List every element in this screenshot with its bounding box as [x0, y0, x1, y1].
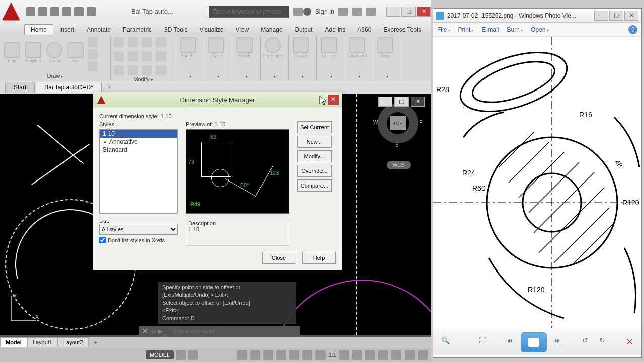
layout-add[interactable]: +: [89, 338, 102, 347]
pv-close[interactable]: ✕: [624, 11, 638, 21]
polar-icon[interactable]: [250, 350, 260, 360]
dialog-close-button[interactable]: ✕: [328, 95, 339, 105]
pv-next-button[interactable]: ⏭: [552, 336, 564, 348]
pv-menu-open[interactable]: Open: [531, 26, 549, 33]
workspace-icon[interactable]: [352, 350, 362, 360]
xref-checkbox[interactable]: [99, 237, 106, 243]
style-item-annotative[interactable]: ▲Annotative: [100, 138, 177, 146]
xref-checkbox-label[interactable]: Don't list styles in Xrefs: [99, 237, 178, 243]
file-tab-current[interactable]: Bai Tap autoCAD*: [36, 82, 102, 93]
model-space-button[interactable]: MODEL: [146, 350, 174, 359]
otrack-icon[interactable]: [302, 350, 312, 360]
tab-addins[interactable]: Add-ins: [319, 25, 352, 35]
tool-util[interactable]: Utilities: [320, 37, 338, 61]
set-current-button[interactable]: Set Current: [297, 121, 332, 133]
pv-maximize[interactable]: ▢: [609, 11, 623, 21]
mod2[interactable]: [128, 37, 138, 47]
mod5[interactable]: [114, 51, 124, 61]
stayconnected-icon[interactable]: [352, 8, 362, 16]
tool-polyline[interactable]: Polyline: [24, 42, 42, 66]
recent-cmd-icon[interactable]: ⌕: [151, 326, 156, 335]
qat-print-icon[interactable]: [74, 7, 84, 16]
qat-new-icon[interactable]: [26, 7, 35, 16]
tool-props[interactable]: Properties: [264, 37, 282, 61]
viewcube-top[interactable]: TOP: [390, 116, 406, 130]
panel-draw-title[interactable]: Draw: [3, 72, 107, 80]
tab-visualize[interactable]: Visualize: [194, 25, 230, 35]
grid-icon[interactable]: [176, 350, 186, 360]
osnap-icon[interactable]: [276, 350, 286, 360]
search-input[interactable]: [209, 6, 289, 18]
override-button[interactable]: Override...: [297, 165, 332, 177]
pv-slideshow-button[interactable]: [521, 332, 547, 352]
pv-zoom-icon[interactable]: 🔍: [439, 336, 451, 348]
new-button[interactable]: New...: [297, 136, 332, 148]
tool-sm1[interactable]: [88, 37, 98, 47]
tab-view[interactable]: View: [229, 25, 255, 35]
file-tab-new[interactable]: +: [103, 82, 116, 93]
snap-icon[interactable]: [188, 350, 198, 360]
style-item-selected[interactable]: 1-10: [100, 130, 177, 138]
pv-minimize[interactable]: —: [594, 11, 608, 21]
tab-annotate[interactable]: Annotate: [80, 25, 117, 35]
mod4[interactable]: [156, 37, 166, 47]
vp-min[interactable]: —: [378, 97, 392, 107]
mod10[interactable]: [128, 65, 138, 75]
mod3[interactable]: [142, 37, 152, 47]
qat-save-icon[interactable]: [50, 7, 59, 16]
compare-button[interactable]: Compare...: [297, 179, 332, 192]
layout-model[interactable]: Model: [0, 337, 27, 347]
panel-modify-title[interactable]: Modify: [114, 75, 173, 83]
pv-titlebar[interactable]: 2017-07-02_155252.png - Windows Photo Vi…: [433, 9, 641, 23]
list-filter-select[interactable]: All styles: [99, 224, 178, 235]
gear-icon[interactable]: [339, 350, 349, 360]
tool-clip[interactable]: Clipboard: [348, 37, 366, 61]
help-icon[interactable]: [366, 8, 376, 16]
tool-sm2[interactable]: [88, 49, 98, 59]
mod11[interactable]: [142, 65, 152, 75]
anno-scale[interactable]: 1:1: [329, 352, 336, 358]
tool-text[interactable]: Annot...: [179, 37, 197, 61]
pv-prev-button[interactable]: ⏮: [504, 336, 516, 348]
tool-block[interactable]: Block: [235, 37, 254, 61]
tab-home[interactable]: Home: [24, 24, 53, 35]
tool-sm3[interactable]: [88, 61, 98, 71]
pv-delete-button[interactable]: ✕: [623, 336, 635, 348]
layout-2[interactable]: Layout2: [58, 337, 89, 347]
file-tab-start[interactable]: Start: [5, 82, 35, 93]
tool-line[interactable]: Line: [3, 42, 21, 66]
mod8[interactable]: [156, 51, 166, 61]
isodraft-icon[interactable]: [263, 350, 273, 360]
signin-button[interactable]: Sign In: [315, 8, 334, 15]
isolate-icon[interactable]: [391, 350, 401, 360]
vp-max[interactable]: ▢: [394, 97, 409, 107]
tab-a360[interactable]: A360: [351, 25, 377, 35]
dialog-titlebar[interactable]: Dimension Style Manager ✕: [93, 92, 342, 107]
custom-icon[interactable]: [418, 350, 428, 360]
3dosnap-icon[interactable]: [289, 350, 299, 360]
mod12[interactable]: [156, 65, 166, 75]
close-cmd-icon[interactable]: ✕: [139, 326, 151, 336]
styles-listbox[interactable]: 1-10 ▲Annotative Standard: [99, 129, 178, 214]
tab-expresstools[interactable]: Express Tools: [377, 25, 427, 35]
wcs-label[interactable]: WCS: [387, 161, 411, 169]
hw-icon[interactable]: [378, 350, 388, 360]
style-item-standard[interactable]: Standard: [100, 146, 177, 154]
cleanscreen-icon[interactable]: [405, 350, 415, 360]
close-button[interactable]: ✕: [417, 7, 431, 17]
tool-groups[interactable]: Groups: [292, 37, 310, 61]
qat-open-icon[interactable]: [38, 7, 47, 16]
mod9[interactable]: [114, 65, 124, 75]
command-input[interactable]: [169, 327, 300, 335]
pv-rotate-ccw-icon[interactable]: ↺: [579, 336, 591, 348]
search-icon[interactable]: [293, 8, 303, 16]
lwt-icon[interactable]: [315, 350, 326, 360]
tool-layers[interactable]: Layers: [207, 37, 225, 61]
pv-rotate-cw-icon[interactable]: ↻: [596, 336, 608, 348]
minimize-button[interactable]: —: [386, 7, 400, 17]
annomonitor-icon[interactable]: [365, 350, 375, 360]
close-button[interactable]: Close: [262, 252, 295, 264]
vp-close[interactable]: ✕: [411, 97, 425, 107]
pv-menu-print[interactable]: Print: [458, 26, 474, 33]
layout-1[interactable]: Layout1: [27, 337, 58, 347]
